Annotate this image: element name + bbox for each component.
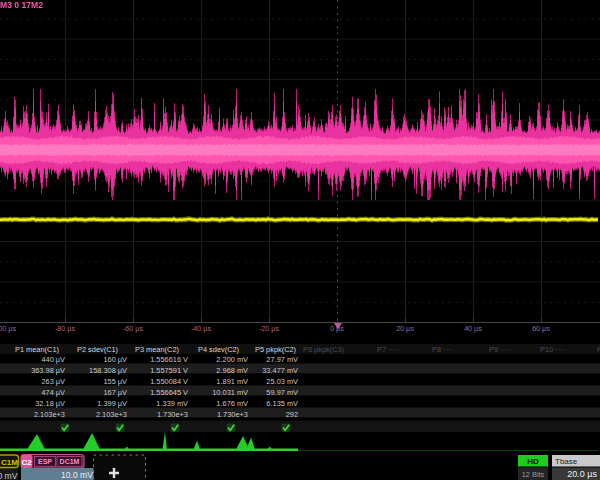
svg-text:P7 ····: P7 ····	[377, 345, 398, 354]
svg-text:12 Bits: 12 Bits	[522, 470, 545, 479]
svg-text:-80 µs: -80 µs	[55, 324, 76, 333]
svg-text:1.676 mV: 1.676 mV	[216, 399, 248, 408]
svg-text:2.103e+3: 2.103e+3	[96, 410, 127, 419]
svg-text:167 µV: 167 µV	[103, 388, 127, 397]
svg-text:P6 pkpk(C3): P6 pkpk(C3)	[303, 345, 344, 354]
svg-text:10.0 mV: 10.0 mV	[61, 470, 93, 480]
svg-text:263 µV: 263 µV	[41, 377, 65, 386]
svg-text:6.135 mV: 6.135 mV	[266, 399, 298, 408]
svg-text:P5 pkpk(C2): P5 pkpk(C2)	[255, 345, 296, 354]
svg-text:C2: C2	[22, 458, 33, 467]
svg-text:2.103e+3: 2.103e+3	[34, 410, 65, 419]
svg-text:20 µs: 20 µs	[396, 324, 414, 333]
svg-text:C1M: C1M	[1, 458, 18, 467]
svg-text:P4 sdev(C2): P4 sdev(C2)	[198, 345, 239, 354]
svg-text:-40 µs: -40 µs	[191, 324, 212, 333]
svg-text:1.399 µV: 1.399 µV	[97, 399, 127, 408]
svg-text:P3 mean(C2): P3 mean(C2)	[135, 345, 179, 354]
svg-text:DC1M: DC1M	[60, 458, 80, 465]
svg-text:27.97 mV: 27.97 mV	[266, 355, 298, 364]
svg-text:2.968 mV: 2.968 mV	[216, 366, 248, 375]
svg-text:0 mV: 0 mV	[0, 471, 18, 480]
svg-text:1.557591 V: 1.557591 V	[150, 366, 188, 375]
svg-text:-100 µs: -100 µs	[0, 324, 16, 333]
svg-text:Tbase: Tbase	[555, 457, 578, 466]
svg-text:P2 sdev(C1): P2 sdev(C1)	[77, 345, 118, 354]
svg-text:1.730e+3: 1.730e+3	[217, 410, 248, 419]
svg-text:59.97 mV: 59.97 mV	[266, 388, 298, 397]
svg-text:10.031 mV: 10.031 mV	[212, 388, 248, 397]
svg-text:160 µV: 160 µV	[103, 355, 127, 364]
svg-text:155 µV: 155 µV	[103, 377, 127, 386]
svg-text:32.18 µV: 32.18 µV	[35, 399, 65, 408]
svg-text:440 µV: 440 µV	[41, 355, 65, 364]
svg-text:474 µV: 474 µV	[41, 388, 65, 397]
svg-text:2.200 mV: 2.200 mV	[216, 355, 248, 364]
svg-text:1.556616 V: 1.556616 V	[150, 355, 188, 364]
svg-text:P10 ····: P10 ····	[540, 345, 565, 354]
svg-text:158.308 µV: 158.308 µV	[89, 366, 127, 375]
svg-text:363.98 µV: 363.98 µV	[31, 366, 65, 375]
svg-text:HD: HD	[527, 457, 539, 466]
svg-text:292: 292	[286, 410, 298, 419]
svg-text:1.730e+3: 1.730e+3	[157, 410, 188, 419]
svg-text:60 µs: 60 µs	[532, 324, 550, 333]
svg-text:-60 µs: -60 µs	[123, 324, 144, 333]
svg-text:1.891 mV: 1.891 mV	[216, 377, 248, 386]
svg-text:M3 0 17M2: M3 0 17M2	[0, 0, 43, 10]
svg-text:20.0 µs: 20.0 µs	[567, 469, 597, 479]
svg-text:1.550084 V: 1.550084 V	[150, 377, 188, 386]
svg-text:1.339 mV: 1.339 mV	[156, 399, 188, 408]
svg-text:ESP: ESP	[38, 458, 52, 465]
svg-text:33.477 mV: 33.477 mV	[262, 366, 298, 375]
svg-text:40 µs: 40 µs	[464, 324, 482, 333]
svg-text:25.03 mV: 25.03 mV	[266, 377, 298, 386]
svg-text:-20 µs: -20 µs	[259, 324, 280, 333]
svg-text:1.556645 V: 1.556645 V	[150, 388, 188, 397]
svg-text:P8 ····: P8 ····	[432, 345, 453, 354]
svg-text:P9 ····: P9 ····	[489, 345, 510, 354]
svg-text:P1 mean(C1): P1 mean(C1)	[15, 345, 59, 354]
